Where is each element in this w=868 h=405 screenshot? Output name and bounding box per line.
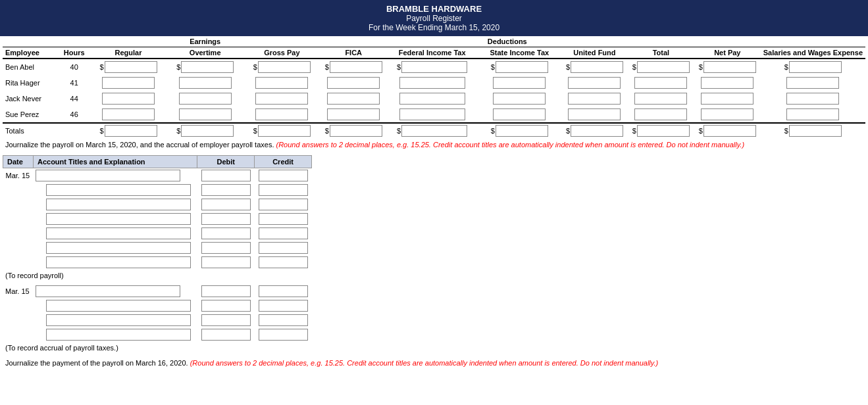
instruction1-red: (Round answers to 2 decimal places, e.g.… [276,141,745,149]
journal-entry1-account-2-input[interactable] [46,199,191,210]
journal-entry2-account-3-input[interactable] [46,329,191,341]
dollar-sign: $ [325,63,329,71]
sue-perez-gross-input[interactable] [255,108,308,120]
rita-hager-overtime-input[interactable] [179,77,232,89]
jack-never-net-input[interactable] [701,93,753,105]
journal-entry2-debit-2-input[interactable] [201,314,251,326]
journal-entry1-debit-3-input[interactable] [201,213,251,225]
jack-never-overtime-input[interactable] [179,93,232,105]
journal-entry1-credit-1-input[interactable] [259,184,308,196]
instruction2-red: (Round answers to 2 decimal places, e.g.… [190,359,659,367]
rita-hager-state-input[interactable] [493,77,546,89]
total-federal-input[interactable] [401,125,467,137]
journal-entry1-account-0-input[interactable] [36,170,180,181]
ben-abel-overtime-input[interactable] [181,61,234,73]
sue-perez-regular-input[interactable] [102,108,155,120]
rita-hager-fica-input[interactable] [327,77,380,89]
jack-never-gross-input[interactable] [255,93,308,105]
ben-abel-federal-input[interactable] [401,61,467,73]
total-gross-input[interactable] [258,125,311,137]
journal-entry2-credit-1-input[interactable] [259,300,308,312]
jack-never-state-input[interactable] [493,93,546,105]
header: BRAMBLE HARDWARE Payroll Register For th… [0,0,868,36]
sue-perez-total-input[interactable] [634,108,687,120]
journal-entry1-debit-6-input[interactable] [201,256,251,268]
jack-never-fica-input[interactable] [327,93,380,105]
journal-entry1-debit-5-input[interactable] [201,242,251,254]
ben-abel-gross-input[interactable] [258,61,311,73]
journal-col-account: Account Titles and Explanation [33,156,197,168]
journal-entry2-credit-3-input[interactable] [259,329,308,341]
jack-never-federal-input[interactable] [399,93,465,105]
journal-entry2-credit-0-input[interactable] [259,285,308,297]
instruction2: Journalize the payment of the payroll on… [3,356,865,369]
total-total-input[interactable] [637,125,690,137]
journal-entry1-credit-3-input[interactable] [259,213,308,225]
ben-abel-regular-input[interactable] [105,61,157,73]
jack-never-united-input[interactable] [568,93,621,105]
journal-entry1-credit-2-input[interactable] [259,199,308,210]
rita-hager-net-input[interactable] [701,77,753,89]
journal-entry1-credit-4-input[interactable] [259,227,308,239]
deductions-header: Deductions [320,36,694,47]
totals-label: Totals [3,123,59,138]
jack-never-regular-input[interactable] [102,93,155,105]
journal-entry1-account-5-input[interactable] [46,242,191,254]
rita-hager-salaries-input[interactable] [786,77,839,89]
col-employee: Employee [3,47,59,59]
total-net-input[interactable] [703,125,756,137]
journal-entry2-account-2-input[interactable] [46,314,191,326]
sue-perez-united-input[interactable] [568,108,621,120]
journal-entry1-debit-4-input[interactable] [201,227,251,239]
journal-row: Mar. 15 [3,168,312,183]
journal-entry2-debit-0-input[interactable] [201,285,251,297]
total-regular-input[interactable] [105,125,157,137]
journal-entry1-account-4-input[interactable] [46,227,191,239]
sue-perez-state-input[interactable] [493,108,546,120]
total-fica-input[interactable] [330,125,382,137]
jack-never-total-input[interactable] [634,93,687,105]
journal-entry1-debit-1-input[interactable] [201,184,251,196]
journal-entry1-debit-0-input[interactable] [201,170,251,181]
total-united-input[interactable] [571,125,623,137]
ben-abel-state-input[interactable] [496,61,548,73]
ben-abel-net-input[interactable] [703,61,756,73]
ben-abel-fica-input[interactable] [330,61,382,73]
sue-perez-salaries-input[interactable] [786,108,839,120]
total-salaries-input[interactable] [789,125,842,137]
journal-entry1-account-6-input[interactable] [46,256,191,268]
journal-entry1-account-3-input[interactable] [46,213,191,225]
company-name: BRAMBLE HARDWARE [3,4,865,14]
journal-entry1-account-1-input[interactable] [46,184,191,196]
sue-perez-fica-input[interactable] [327,108,380,120]
ben-abel-total-input[interactable] [637,61,690,73]
journal-entry1-credit-0-input[interactable] [259,170,308,181]
jack-never-salaries-input[interactable] [786,93,839,105]
journal-entry1-debit-2-input[interactable] [201,199,251,210]
earnings-header: Earnings [90,36,320,47]
sue-perez-federal-input[interactable] [399,108,465,120]
journal-entry2-debit-1-input[interactable] [201,300,251,312]
totals-row: Totals $ $ $ $ $ $ $ $ $ $ [3,123,865,138]
journal-row [3,226,312,241]
ben-abel-united-input[interactable] [571,61,623,73]
dollar-sign: $ [784,63,788,71]
journal-entry2-account-0-input[interactable] [36,285,180,297]
journal-entry2-debit-3-input[interactable] [201,329,251,341]
journal-col-date: Date [3,156,34,168]
ben-abel-salaries-input[interactable] [789,61,842,73]
total-state-input[interactable] [496,125,548,137]
rita-hager-total-input[interactable] [634,77,687,89]
rita-hager-federal-input[interactable] [399,77,465,89]
journal-entry1-credit-5-input[interactable] [259,242,308,254]
sue-perez-overtime-input[interactable] [179,108,232,120]
sue-perez-net-input[interactable] [701,108,753,120]
journal-entry1-credit-6-input[interactable] [259,256,308,268]
rita-hager-united-input[interactable] [568,77,621,89]
total-overtime-input[interactable] [181,125,234,137]
rita-hager-regular-input[interactable] [102,77,155,89]
employee-name: Jack Never [3,91,59,107]
journal-entry2-credit-2-input[interactable] [259,314,308,326]
rita-hager-gross-input[interactable] [255,77,308,89]
journal-entry2-account-1-input[interactable] [46,300,191,312]
